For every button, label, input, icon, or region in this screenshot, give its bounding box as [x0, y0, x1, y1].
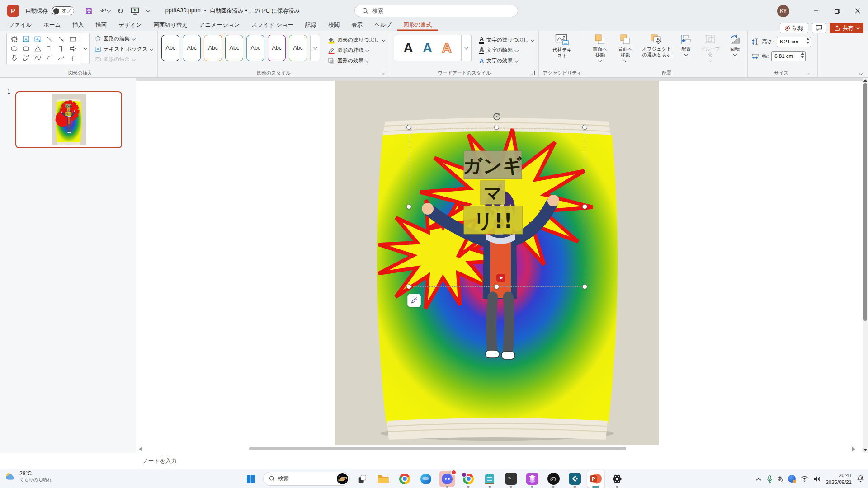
horizontal-scrollbar[interactable] [136, 446, 863, 451]
shape-styles-gallery-dropdown[interactable] [310, 35, 320, 61]
shape-rounded-rectangle-icon[interactable] [20, 44, 31, 53]
file-explorer-button[interactable] [374, 470, 392, 488]
undo-dropdown-icon[interactable] [107, 9, 111, 12]
wordart-preset-black[interactable]: A [403, 41, 413, 55]
handle-top-left[interactable] [406, 125, 411, 130]
height-spinner[interactable] [806, 38, 810, 44]
shape-style-preset-2[interactable]: Abc [183, 35, 201, 61]
slide-thumbnail[interactable] [15, 91, 122, 148]
handle-top-center[interactable] [494, 125, 499, 130]
terminal-button[interactable]: >_ [502, 470, 520, 488]
text-box-button[interactable]: A テキスト ボックス [93, 44, 154, 54]
stack-app-button[interactable] [523, 470, 541, 488]
tray-expand-icon[interactable] [755, 477, 762, 481]
restore-button[interactable] [826, 0, 847, 22]
wordart-preset-orange-outline[interactable]: A [442, 41, 452, 55]
scroll-up-icon[interactable] [863, 79, 867, 82]
shape-scribble-icon[interactable] [32, 54, 43, 62]
scroll-left-icon[interactable] [139, 447, 142, 451]
shape-rectangle-icon[interactable] [67, 35, 78, 43]
shape-oval-icon[interactable] [9, 44, 19, 53]
account-avatar[interactable]: KY [777, 5, 789, 17]
handle-bottom-center[interactable] [494, 284, 499, 289]
horizontal-scroll-thumb[interactable] [249, 447, 626, 450]
group-objects-button[interactable]: グループ化 [698, 33, 722, 63]
microphone-icon[interactable] [767, 475, 773, 483]
shape-line-icon[interactable] [44, 35, 55, 43]
powerpoint-app-icon[interactable]: P [7, 5, 19, 17]
weather-widget[interactable]: 28°C くもりのち晴れ [5, 470, 52, 483]
edit-shape-button[interactable]: 図形の編集 [93, 34, 154, 43]
slide-canvas[interactable] [136, 78, 863, 453]
size-dialog-launcher[interactable] [807, 71, 811, 75]
shape-textbox-pointer-icon[interactable]: A [32, 35, 43, 43]
shape-style-preset-7[interactable]: Abc [289, 35, 307, 61]
tab-draw[interactable]: 描画 [90, 20, 113, 31]
tab-slideshow[interactable]: スライド ショー [245, 20, 299, 31]
shape-freeform-icon[interactable] [20, 54, 31, 62]
selection-pane-button[interactable]: オブジェクトの選択と表示 [640, 33, 673, 59]
save-button[interactable] [85, 7, 93, 15]
shape-style-preset-4[interactable]: Abc [225, 35, 243, 61]
align-button[interactable]: 配置 [677, 33, 695, 57]
shape-down-arrow-icon[interactable] [9, 54, 19, 62]
wifi-icon[interactable] [801, 476, 808, 482]
powerpoint-taskbar-button[interactable]: P [587, 470, 605, 488]
rotate-handle[interactable] [492, 112, 501, 121]
handle-middle-right[interactable] [582, 204, 587, 209]
tab-review[interactable]: 校閲 [322, 20, 345, 31]
autosave-control[interactable]: 自動保存 オフ [25, 6, 74, 15]
shape-outline-button[interactable]: 図形の枠線 [326, 46, 386, 55]
qat-overflow-button[interactable] [146, 9, 149, 12]
tab-help[interactable]: ヘルプ [368, 20, 397, 31]
shape-curve-icon[interactable] [56, 54, 66, 62]
send-backward-button[interactable]: 背面へ移動 [614, 33, 636, 63]
close-button[interactable] [847, 0, 868, 22]
taskbar-search[interactable]: 検索 [263, 472, 350, 486]
shape-left-brace-icon[interactable]: { [67, 54, 78, 62]
undo-button[interactable]: ↶ [100, 7, 110, 15]
alt-text-button[interactable]: 代替テキスト [550, 33, 574, 60]
shape-explosion-icon[interactable] [9, 35, 19, 43]
start-slideshow-button[interactable] [131, 7, 139, 15]
tab-home[interactable]: ホーム [38, 20, 66, 31]
shape-elbow-arrow-connector-icon[interactable] [56, 44, 66, 53]
width-spinner[interactable] [801, 52, 804, 58]
shape-styles-dialog-launcher[interactable] [382, 71, 386, 75]
ribbon-search-box[interactable]: 検索 [354, 5, 518, 17]
tab-shape-format[interactable]: 図形の書式 [397, 20, 438, 31]
handle-middle-left[interactable] [406, 204, 411, 209]
blue-sphere-tray-icon[interactable] [788, 475, 796, 483]
shape-style-preset-6[interactable]: Abc [268, 35, 286, 61]
tab-view[interactable]: 表示 [345, 20, 368, 31]
merge-shapes-button[interactable]: 図形の結合 [93, 55, 154, 64]
shape-arrow-icon[interactable] [56, 35, 66, 43]
shape-right-arrow-icon[interactable] [67, 44, 78, 53]
start-button[interactable] [242, 470, 260, 488]
tab-transitions[interactable]: 画面切り替え [147, 20, 193, 31]
shape-arc-icon[interactable] [44, 54, 55, 62]
chrome-button[interactable] [396, 470, 414, 488]
discord-button[interactable] [438, 470, 456, 488]
black-circle-app-button[interactable]: の [544, 470, 562, 488]
shape-style-preset-1[interactable]: Abc [161, 35, 179, 61]
scroll-down-icon[interactable] [863, 449, 867, 451]
text-fill-button[interactable]: A 文字の塗りつぶし [478, 35, 535, 45]
shape-elbow-connector-icon[interactable] [44, 44, 55, 53]
edge-button[interactable] [417, 470, 435, 488]
shape-textbox-icon[interactable]: A [20, 35, 31, 43]
notes-bar[interactable]: ノートを入力 [0, 453, 868, 469]
shape-gallery-scroll[interactable] [80, 33, 90, 63]
scroll-right-icon[interactable] [852, 447, 855, 451]
comments-button[interactable] [812, 23, 826, 33]
search-highlight-saturn-icon[interactable] [337, 473, 348, 484]
wordart-dialog-launcher[interactable] [530, 71, 535, 75]
collapse-ribbon-icon[interactable] [859, 71, 862, 75]
width-input[interactable] [772, 52, 798, 61]
tab-file[interactable]: ファイル [3, 20, 38, 31]
text-outline-button[interactable]: A 文字の輪郭 [478, 46, 535, 55]
notepad-button[interactable] [481, 470, 499, 488]
height-input[interactable] [777, 37, 803, 47]
handle-bottom-left[interactable] [406, 284, 411, 289]
shape-fill-button[interactable]: 図形の塗りつぶし [326, 35, 386, 45]
